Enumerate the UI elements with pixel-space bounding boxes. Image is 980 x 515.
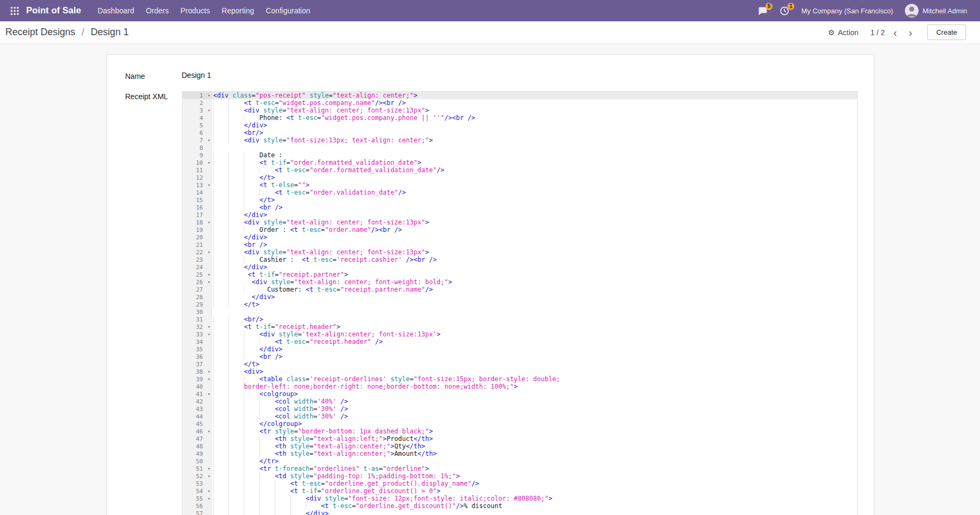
- fold-icon[interactable]: ▾: [208, 271, 210, 278]
- line-number[interactable]: 5: [182, 122, 212, 129]
- line-number[interactable]: 1▾: [182, 92, 212, 99]
- code-line[interactable]: <t t-esc="orderline.get_discount()"/>% d…: [212, 502, 857, 510]
- code-line[interactable]: <br />: [212, 241, 857, 248]
- pager-next-button[interactable]: ›: [905, 28, 915, 37]
- line-number[interactable]: 35: [182, 345, 212, 353]
- code-line[interactable]: </t>: [212, 196, 857, 204]
- line-number[interactable]: 31: [182, 316, 212, 323]
- fold-icon[interactable]: ▾: [208, 368, 210, 375]
- line-number[interactable]: 17: [182, 211, 212, 219]
- line-number[interactable]: 46▾: [182, 428, 212, 435]
- code-line[interactable]: <t t-if="receipt.partner">: [212, 271, 857, 278]
- code-line[interactable]: <t t-if="orderline.get_discount() > 0">: [212, 487, 857, 495]
- code-line[interactable]: </div>: [212, 345, 857, 353]
- line-number[interactable]: 40: [182, 383, 212, 390]
- code-line[interactable]: <div style="text-align: center; font-wei…: [212, 278, 857, 286]
- code-line[interactable]: border-left: none;border-right: none;bor…: [212, 383, 857, 390]
- menu-configuration[interactable]: Configuration: [260, 0, 316, 21]
- code-line[interactable]: <col width='40%' />: [212, 398, 857, 405]
- code-line[interactable]: <t t-if="order.formatted_validation_date…: [212, 159, 857, 166]
- line-number[interactable]: 25▾: [182, 271, 212, 278]
- line-number[interactable]: 16: [182, 204, 212, 211]
- code-line[interactable]: <t t-esc="receipt.header" />: [212, 338, 857, 345]
- create-button[interactable]: Create: [927, 25, 966, 40]
- line-number[interactable]: 9: [182, 151, 212, 159]
- activities-button[interactable]: 1: [775, 3, 794, 19]
- line-number[interactable]: 49: [182, 450, 212, 457]
- fold-icon[interactable]: ▾: [208, 278, 210, 286]
- fold-icon[interactable]: ▾: [208, 495, 210, 502]
- fold-icon[interactable]: ▾: [208, 159, 210, 166]
- code-line[interactable]: Phone: <t t-esc="widget.pos.company.phon…: [212, 114, 857, 122]
- line-number[interactable]: 57: [182, 510, 212, 515]
- line-number[interactable]: 50: [182, 457, 212, 465]
- line-number[interactable]: 38▾: [182, 368, 212, 375]
- code-line[interactable]: <col width='30%' />: [212, 413, 857, 420]
- code-line[interactable]: <th style="text-align:center;">Amount</t…: [212, 450, 857, 457]
- line-number[interactable]: 33▾: [182, 331, 212, 338]
- line-number[interactable]: 10▾: [182, 159, 212, 166]
- code-line[interactable]: <br />: [212, 353, 857, 360]
- menu-reporting[interactable]: Reporting: [216, 0, 260, 21]
- code-line[interactable]: <div>: [212, 368, 857, 375]
- code-line[interactable]: <col width='30%' />: [212, 405, 857, 413]
- line-number[interactable]: 37: [182, 360, 212, 368]
- action-menu-button[interactable]: ⚙ Action: [828, 28, 858, 37]
- fold-icon[interactable]: ▾: [208, 390, 210, 398]
- line-number[interactable]: 45: [182, 420, 212, 428]
- code-line[interactable]: <div class="pos-receipt" style="text-ali…: [212, 92, 857, 99]
- pager-previous-button[interactable]: ‹: [890, 28, 901, 37]
- menu-orders[interactable]: Orders: [140, 0, 174, 21]
- menu-products[interactable]: Products: [174, 0, 216, 21]
- code-line[interactable]: <th style="text-align:left;">Product</th…: [212, 435, 857, 442]
- code-line[interactable]: </colgroup>: [212, 420, 857, 428]
- code-line[interactable]: </div>: [212, 211, 857, 219]
- code-line[interactable]: <div style="font-size: 12px;font-style: …: [212, 495, 857, 502]
- code-line[interactable]: <t t-esc="order.formatted_validation_dat…: [212, 166, 857, 174]
- line-number[interactable]: 47: [182, 435, 212, 442]
- code-line[interactable]: <tr t-foreach="orderlines" t-as="orderli…: [212, 465, 857, 472]
- code-line[interactable]: [212, 308, 857, 316]
- fold-icon[interactable]: ▾: [208, 248, 210, 256]
- code-line[interactable]: <th style="text-align:center;">Qty</th>: [212, 442, 857, 450]
- line-number[interactable]: 2: [182, 99, 212, 107]
- code-line[interactable]: <table class='receipt-orderlines' style=…: [212, 375, 857, 383]
- line-number[interactable]: 30: [182, 308, 212, 316]
- code-line[interactable]: Cashier : <t t-esc='receipt.cashier' /><…: [212, 256, 857, 263]
- fold-icon[interactable]: ▾: [208, 472, 210, 480]
- breadcrumb-parent[interactable]: Receipt Designs: [5, 27, 75, 37]
- code-line[interactable]: <div style='text-align:center; font-size…: [212, 331, 857, 338]
- code-line[interactable]: </div>: [212, 510, 857, 515]
- line-number[interactable]: 34: [182, 338, 212, 345]
- code-line[interactable]: <div style="font-size:13px; text-align: …: [212, 136, 857, 144]
- code-line[interactable]: </div>: [212, 263, 857, 271]
- code-line[interactable]: Order : <t t-esc="order.name"/><br />: [212, 226, 857, 234]
- app-name[interactable]: Point of Sale: [26, 5, 81, 16]
- line-number[interactable]: 36: [182, 353, 212, 360]
- code-line[interactable]: </t>: [212, 360, 857, 368]
- line-number[interactable]: 7▾: [182, 136, 212, 144]
- fold-icon[interactable]: ▾: [208, 107, 210, 114]
- fold-icon[interactable]: ▾: [208, 323, 210, 331]
- line-number[interactable]: 53: [182, 480, 212, 487]
- line-number[interactable]: 44: [182, 413, 212, 420]
- code-line[interactable]: <br/>: [212, 316, 857, 323]
- fold-icon[interactable]: ▾: [208, 219, 210, 226]
- line-number[interactable]: 3▾: [182, 107, 212, 114]
- code-line[interactable]: </div>: [212, 293, 857, 301]
- line-number[interactable]: 21: [182, 241, 212, 248]
- code-line[interactable]: <tr style="border-bottom: 1px dashed bla…: [212, 428, 857, 435]
- code-line[interactable]: <br />: [212, 204, 857, 211]
- line-number[interactable]: 11: [182, 166, 212, 174]
- line-number[interactable]: 23: [182, 256, 212, 263]
- line-number[interactable]: 20: [182, 234, 212, 241]
- line-number[interactable]: 19: [182, 226, 212, 234]
- line-number[interactable]: 32▾: [182, 323, 212, 331]
- line-number[interactable]: 52▾: [182, 472, 212, 480]
- code-line[interactable]: </t>: [212, 174, 857, 181]
- line-number[interactable]: 29: [182, 301, 212, 308]
- code-line[interactable]: <t t-else="">: [212, 181, 857, 189]
- line-number[interactable]: 55▾: [182, 495, 212, 502]
- code-line[interactable]: Customer: <t t-esc="receipt.partner.name…: [212, 286, 857, 293]
- fold-icon[interactable]: ▾: [208, 181, 210, 189]
